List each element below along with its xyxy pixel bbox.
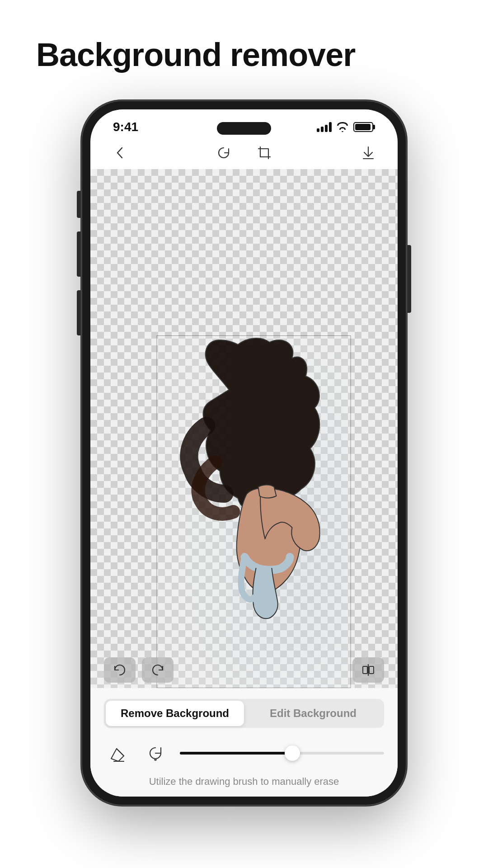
brush-tools-row (104, 740, 384, 767)
rotate-button[interactable] (212, 142, 235, 164)
back-button[interactable] (108, 142, 131, 164)
eraser-tool-button[interactable] (104, 740, 131, 767)
image-overlay-controls (90, 652, 398, 688)
brush-size-slider[interactable] (180, 744, 384, 762)
svg-point-4 (154, 758, 157, 761)
wifi-icon (336, 122, 349, 132)
volume-down-button (77, 290, 80, 335)
tab-edit-background[interactable]: Edit Background (244, 701, 382, 726)
phone-screen: 9:41 (90, 109, 398, 797)
bottom-panel: Remove Background Edit Background (90, 688, 398, 797)
redo-button[interactable] (142, 657, 174, 683)
undo-redo-group (104, 657, 174, 683)
compare-button[interactable] (352, 657, 384, 683)
image-canvas[interactable] (90, 169, 398, 688)
person-silhouette (157, 335, 351, 688)
status-icons (317, 122, 375, 132)
restore-tool-button[interactable] (142, 740, 169, 767)
slider-thumb[interactable] (285, 745, 300, 761)
page-title: Background remover (0, 0, 355, 100)
undo-button[interactable] (104, 657, 136, 683)
signal-icon (317, 122, 332, 132)
top-nav (90, 137, 398, 169)
dynamic-island (217, 122, 271, 135)
mute-button (77, 191, 80, 218)
slider-track (180, 752, 384, 755)
status-time: 9:41 (113, 120, 138, 134)
svg-rect-2 (363, 666, 367, 674)
volume-up-button (77, 231, 80, 277)
power-button (408, 245, 411, 313)
download-button[interactable] (357, 142, 380, 164)
battery-icon (353, 122, 375, 132)
tab-switcher: Remove Background Edit Background (104, 699, 384, 728)
tab-remove-background[interactable]: Remove Background (106, 701, 244, 726)
helper-text: Utilize the drawing brush to manually er… (104, 774, 384, 788)
nav-center-icons (212, 142, 276, 164)
crop-button[interactable] (253, 142, 276, 164)
svg-rect-3 (369, 666, 374, 674)
slider-fill (180, 752, 292, 755)
phone-shell: 9:41 (81, 100, 407, 806)
